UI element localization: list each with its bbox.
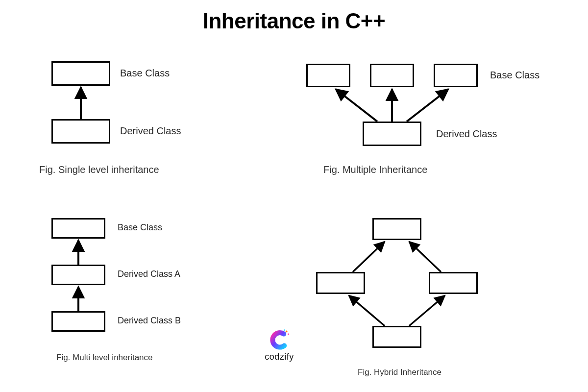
multilevel-a-box xyxy=(51,265,105,285)
single-derived-label: Derived Class xyxy=(120,125,181,137)
hybrid-bottom-box xyxy=(372,326,421,348)
multilevel-b-label: Derived Class B xyxy=(118,316,181,326)
multilevel-base-box xyxy=(51,218,105,239)
svg-point-10 xyxy=(286,331,288,333)
hybrid-caption: Fig. Hybrid Inheritance xyxy=(358,368,441,377)
svg-line-1 xyxy=(336,89,377,122)
diagram-stage: Inheritance in C++ Base Class Derived Cl… xyxy=(0,0,588,392)
hybrid-left-box xyxy=(316,272,365,294)
svg-line-3 xyxy=(407,89,448,122)
svg-line-7 xyxy=(409,242,441,272)
svg-line-8 xyxy=(349,295,385,326)
svg-line-6 xyxy=(353,242,385,272)
svg-line-9 xyxy=(409,295,445,326)
brand-logo: codzify xyxy=(262,328,296,368)
single-base-box xyxy=(51,61,110,86)
multiple-base1-box xyxy=(306,64,350,87)
multiple-base2-box xyxy=(370,64,414,87)
multiple-derived-label: Derived Class xyxy=(436,128,497,140)
svg-point-12 xyxy=(284,329,285,331)
multiple-base-label: Base Class xyxy=(490,70,539,81)
multiple-base3-box xyxy=(434,64,478,87)
svg-point-11 xyxy=(288,334,289,335)
multilevel-caption: Fig. Multi level inheritance xyxy=(56,353,153,363)
single-derived-box xyxy=(51,119,110,144)
multilevel-a-label: Derived Class A xyxy=(118,269,180,279)
page-title: Inheritance in C++ xyxy=(0,9,588,33)
multiple-derived-box xyxy=(363,122,421,146)
hybrid-top-box xyxy=(372,218,421,240)
brand-name: codzify xyxy=(262,352,296,362)
single-base-label: Base Class xyxy=(120,68,170,79)
hybrid-right-box xyxy=(429,272,478,294)
brand-logo-icon xyxy=(268,328,291,351)
multilevel-b-box xyxy=(51,311,105,332)
multiple-caption: Fig. Multiple Inheritance xyxy=(323,164,427,175)
single-caption: Fig. Single level inheritance xyxy=(39,164,159,175)
multilevel-base-label: Base Class xyxy=(118,222,162,233)
